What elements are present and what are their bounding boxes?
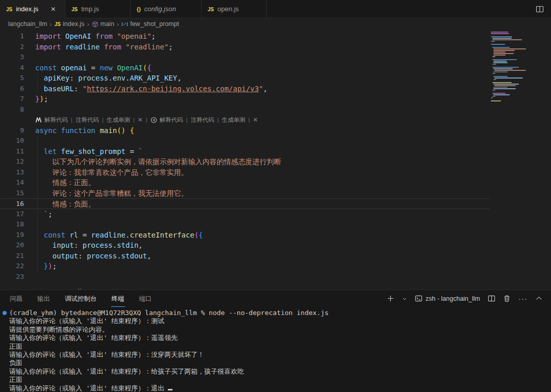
split-terminal[interactable]: [488, 295, 495, 302]
breadcrumb-item-main[interactable]: main: [92, 20, 114, 28]
code-link[interactable]: https://ark.cn-beijing.volces.com/api/v3: [87, 85, 259, 93]
code-token: ,: [263, 85, 267, 93]
tab-index.js[interactable]: JSindex.js✕: [0, 0, 65, 18]
panel-tab-端口[interactable]: 端口: [139, 291, 153, 307]
code-line[interactable]: 2import readline from "readline";: [0, 42, 490, 53]
tab-tmp.js[interactable]: JStmp.js: [65, 0, 131, 18]
chevron-down-icon: [402, 296, 407, 301]
breadcrumb-item-few_shot_prompt[interactable]: few_shot_prompt: [121, 20, 179, 28]
panel-tab-调试控制台[interactable]: 调试控制台: [64, 291, 97, 307]
split-editor-icon[interactable]: [536, 5, 544, 13]
minimap-line: [492, 73, 495, 74]
code-text: 情感：正面。: [35, 177, 95, 188]
terminal-line: (cradle_yhm) bytedance@M1Q72R3QXQ langch…: [9, 309, 551, 317]
terminal-text: 负面: [9, 359, 22, 367]
line-number: 12: [0, 156, 24, 167]
minimap[interactable]: [491, 32, 548, 102]
code-token: async: [35, 126, 61, 135]
code-token: import: [35, 43, 65, 51]
code-token: ": [83, 85, 87, 93]
code-token: readline: [91, 231, 126, 239]
terminal-text: 请输入你的评论（或输入 '退出' 结束程序）：退出: [9, 384, 164, 392]
code-token: =: [126, 147, 138, 155]
code-text: const rl = readline.createInterface({: [35, 230, 203, 241]
minimap-line: [493, 53, 514, 54]
tab-open.js[interactable]: JSopen.js: [202, 0, 267, 18]
code-line[interactable]: 12 以下为几个评论判断实例，请依据示例对新输入内容的情感态度进行判断: [0, 156, 490, 167]
code-token: ;: [53, 262, 57, 270]
new-terminal[interactable]: [387, 295, 394, 302]
code-line[interactable]: 4const openai = new OpenAI({: [0, 63, 490, 73]
more-actions[interactable]: ···: [518, 294, 528, 303]
maximize-panel[interactable]: [535, 295, 543, 302]
code-line[interactable]: 3: [0, 52, 490, 63]
code-token: (: [143, 64, 147, 72]
codelens-action[interactable]: 生成单测: [222, 115, 245, 125]
breadcrumb-item-index.js[interactable]: JSindex.js: [55, 20, 85, 28]
code-line[interactable]: 21 output: process.stdout,: [0, 251, 490, 262]
minimap-line: [491, 97, 493, 98]
line-number: 23: [0, 272, 24, 282]
code-line[interactable]: 11 let few_shot_prompt = `: [0, 146, 490, 157]
tab-config.json[interactable]: {}config.json: [131, 0, 202, 18]
terminal-text: 正面: [9, 376, 22, 383]
editor-tab-bar: JSindex.js✕JStmp.js{}config.jsonJSopen.j…: [0, 0, 551, 18]
code-line[interactable]: 7});: [0, 94, 490, 104]
line-number: 13: [0, 167, 24, 178]
close-icon[interactable]: ✕: [49, 6, 57, 13]
code-line[interactable]: 9async function main() {: [0, 125, 490, 136]
codelens-action[interactable]: ✕: [253, 115, 258, 125]
line-number: 3: [0, 52, 24, 63]
code-line[interactable]: 1import OpenAI from "openai";: [0, 31, 490, 42]
code-token: `: [138, 147, 142, 155]
code-line[interactable]: 19 const rl = readline.createInterface({: [0, 230, 490, 241]
code-token: openai: [61, 64, 87, 72]
line-number: 7: [0, 94, 24, 104]
panel-tab-终端[interactable]: 终端: [111, 291, 125, 307]
code-line[interactable]: 13 评论：我非常喜欢这个产品，它非常实用。: [0, 167, 490, 178]
code-line[interactable]: 20 input: process.stdin,: [0, 240, 490, 251]
codelens-action[interactable]: 注释代码: [191, 115, 214, 125]
code-line[interactable]: 10: [0, 136, 490, 146]
code-line[interactable]: 23: [0, 272, 490, 282]
panel-tab-输出[interactable]: 输出: [37, 291, 51, 307]
codelens-action[interactable]: 注释代码: [76, 115, 99, 125]
code-token: ,: [147, 252, 151, 260]
code-line[interactable]: 18: [0, 219, 490, 230]
panel-tab-问题[interactable]: 问题: [9, 291, 23, 307]
code-token: ): [39, 95, 43, 103]
code-editor[interactable]: 1import OpenAI from "openai";2import rea…: [0, 30, 551, 290]
code-line[interactable]: 14 情感：正面。: [0, 177, 490, 188]
panel-tab-list: 问题输出调试控制台终端端口: [0, 291, 153, 307]
terminal-text: 请输入你的评论（或输入 '退出' 结束程序）：没穿两天就坏了！: [9, 351, 204, 358]
code-text: apiKey: process.env.ARK_API_KEY,: [35, 73, 182, 84]
code-line[interactable]: 15 评论：这个产品非常糟糕，我无法使用它。: [0, 188, 490, 199]
breadcrumb-label: few_shot_prompt: [130, 20, 179, 28]
kill-terminal[interactable]: [503, 295, 511, 302]
launch-profile[interactable]: [402, 296, 407, 301]
code-line[interactable]: 16 情感：负面。: [0, 198, 490, 209]
codelens-action[interactable]: 解释代码: [160, 115, 183, 125]
code-area: 1import OpenAI from "openai";2import rea…: [0, 31, 490, 282]
code-text: });: [35, 261, 57, 272]
code-token: from: [99, 43, 126, 51]
minimap-line: [491, 36, 512, 37]
minimap-line: [491, 33, 509, 34]
code-line[interactable]: 5 apiKey: process.env.ARK_API_KEY,: [0, 73, 490, 84]
code-line[interactable]: 17 `;: [0, 209, 490, 220]
code-text: baseURL: "https://ark.cn-beijing.volces.…: [35, 84, 267, 94]
breadcrumb-item-langchain_llm[interactable]: langchain_llm: [8, 20, 47, 28]
breadcrumb-label: index.js: [63, 20, 84, 28]
code-token: :: [78, 252, 87, 260]
codelens-action[interactable]: 生成单测: [107, 115, 130, 125]
terminal-line: 负面: [9, 359, 551, 367]
code-token: input: [53, 241, 74, 249]
terminal-output[interactable]: (cradle_yhm) bytedance@M1Q72R3QXQ langch…: [0, 307, 551, 392]
code-line[interactable]: 6 baseURL: "https://ark.cn-beijing.volce…: [0, 84, 490, 94]
code-line[interactable]: 22 });: [0, 261, 490, 272]
line-number: 19: [0, 230, 24, 241]
code-line[interactable]: 8: [0, 104, 490, 115]
terminal-tab-entry[interactable]: zsh - langchain_llm: [415, 295, 480, 302]
codelens-action[interactable]: ✕: [138, 115, 143, 125]
codelens-action[interactable]: 解释代码: [44, 115, 68, 125]
